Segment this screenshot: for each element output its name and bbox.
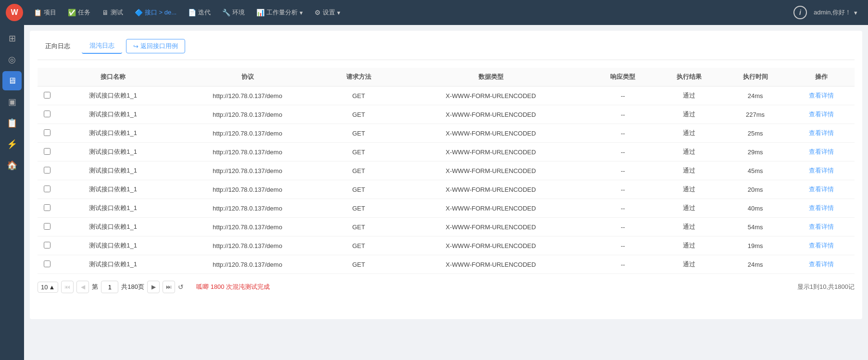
row-datatype: X-WWW-FORM-URLENCODED bbox=[392, 180, 590, 199]
row-action-link[interactable]: 查看详情 bbox=[788, 218, 855, 236]
row-result: 通过 bbox=[656, 236, 722, 255]
left-sidebar: ⊞ ◎ 🖥 ▣ 📋 ⚡ 🏠 bbox=[0, 25, 24, 360]
prev-page-button[interactable]: ◀ bbox=[76, 281, 89, 293]
page-size-selector[interactable]: 10 ▲ bbox=[38, 282, 58, 293]
nav-item-iteration[interactable]: 📄 迭代 bbox=[183, 5, 215, 20]
first-page-button[interactable]: ⏮ bbox=[61, 281, 74, 293]
row-checkbox[interactable] bbox=[44, 111, 50, 117]
table-row: 测试接口依赖1_1 http://120.78.0.137/demo GET X… bbox=[38, 236, 855, 255]
row-action-link[interactable]: 查看详情 bbox=[788, 236, 855, 255]
main-content: 正向日志 混沌日志 ↪ 返回接口用例 接口名称 协议 请求方法 bbox=[24, 25, 868, 360]
workload-dropdown-icon: ▾ bbox=[300, 9, 303, 16]
page-number-input[interactable] bbox=[101, 281, 118, 293]
row-method: GET bbox=[326, 124, 392, 143]
row-action-link[interactable]: 查看详情 bbox=[788, 161, 855, 180]
row-protocol: http://120.78.0.137/demo bbox=[169, 105, 326, 124]
tab-forward-log[interactable]: 正向日志 bbox=[38, 39, 78, 53]
row-action-link[interactable]: 查看详情 bbox=[788, 124, 855, 143]
row-time: 24ms bbox=[722, 87, 789, 105]
nav-item-workload[interactable]: 📊 工作量分析 ▾ bbox=[252, 5, 308, 20]
row-datatype: X-WWW-FORM-URLENCODED bbox=[392, 161, 590, 180]
nav-item-settings[interactable]: ⚙ 设置 ▾ bbox=[310, 5, 345, 20]
row-checkbox[interactable] bbox=[44, 261, 50, 267]
row-protocol: http://120.78.0.137/demo bbox=[169, 236, 326, 255]
test-icon: 🖥 bbox=[102, 9, 109, 16]
nav-item-project[interactable]: 📋 项目 bbox=[29, 5, 61, 20]
row-resp-type: -- bbox=[590, 124, 656, 143]
refresh-button[interactable]: ↺ bbox=[178, 283, 184, 291]
row-checkbox[interactable] bbox=[44, 242, 50, 248]
page-size-up-icon: ▲ bbox=[49, 284, 55, 291]
next-page-button[interactable]: ▶ bbox=[147, 281, 160, 293]
row-checkbox-cell bbox=[38, 199, 57, 218]
chaos-log-table: 接口名称 协议 请求方法 数据类型 响应类型 执行结果 执行时间 操作 测试接口… bbox=[38, 68, 855, 274]
table-row: 测试接口依赖1_1 http://120.78.0.137/demo GET X… bbox=[38, 161, 855, 180]
row-method: GET bbox=[326, 143, 392, 161]
nav-item-interface[interactable]: 🔷 接口 > de... bbox=[130, 5, 181, 20]
row-interface-name: 测试接口依赖1_1 bbox=[57, 124, 169, 143]
tab-bar: 正向日志 混沌日志 ↪ 返回接口用例 bbox=[38, 38, 855, 60]
row-checkbox[interactable] bbox=[44, 223, 50, 230]
row-protocol: http://120.78.0.137/demo bbox=[169, 161, 326, 180]
row-action-link[interactable]: 查看详情 bbox=[788, 87, 855, 105]
col-checkbox bbox=[38, 68, 57, 87]
total-pages-label: 共180页 bbox=[121, 283, 144, 291]
table-row: 测试接口依赖1_1 http://120.78.0.137/demo GET X… bbox=[38, 143, 855, 161]
sidebar-item-lightning[interactable]: ⚡ bbox=[2, 135, 22, 154]
app-logo: W bbox=[6, 4, 23, 21]
table-row: 测试接口依赖1_1 http://120.78.0.137/demo GET X… bbox=[38, 255, 855, 274]
return-to-interface-button[interactable]: ↪ 返回接口用例 bbox=[126, 39, 185, 53]
row-resp-type: -- bbox=[590, 180, 656, 199]
row-checkbox[interactable] bbox=[44, 167, 50, 174]
info-button[interactable]: i bbox=[793, 6, 807, 19]
sidebar-item-home[interactable]: 🏠 bbox=[2, 156, 22, 175]
row-datatype: X-WWW-FORM-URLENCODED bbox=[392, 199, 590, 218]
task-icon: ✅ bbox=[68, 9, 76, 16]
nav-item-test[interactable]: 🖥 测试 bbox=[97, 5, 128, 20]
row-protocol: http://120.78.0.137/demo bbox=[169, 143, 326, 161]
row-time: 19ms bbox=[722, 236, 789, 255]
row-datatype: X-WWW-FORM-URLENCODED bbox=[392, 105, 590, 124]
interface-icon: 🔷 bbox=[135, 9, 143, 16]
total-message: 呱唧 1800 次混沌测试完成 bbox=[196, 283, 270, 291]
nav-item-task[interactable]: ✅ 任务 bbox=[63, 5, 95, 20]
row-checkbox[interactable] bbox=[44, 148, 50, 155]
row-action-link[interactable]: 查看详情 bbox=[788, 255, 855, 274]
row-checkbox[interactable] bbox=[44, 186, 50, 192]
sidebar-item-target[interactable]: ◎ bbox=[2, 50, 22, 69]
row-protocol: http://120.78.0.137/demo bbox=[169, 218, 326, 236]
col-time: 执行时间 bbox=[722, 68, 789, 87]
row-resp-type: -- bbox=[590, 199, 656, 218]
row-interface-name: 测试接口依赖1_1 bbox=[57, 199, 169, 218]
row-action-link[interactable]: 查看详情 bbox=[788, 199, 855, 218]
col-resp-type: 响应类型 bbox=[590, 68, 656, 87]
row-protocol: http://120.78.0.137/demo bbox=[169, 180, 326, 199]
user-menu[interactable]: admin,你好！ ▾ bbox=[809, 5, 862, 20]
row-action-link[interactable]: 查看详情 bbox=[788, 105, 855, 124]
row-datatype: X-WWW-FORM-URLENCODED bbox=[392, 143, 590, 161]
row-checkbox[interactable] bbox=[44, 129, 50, 136]
row-checkbox[interactable] bbox=[44, 204, 50, 211]
sidebar-item-list[interactable]: 📋 bbox=[2, 113, 22, 133]
sidebar-item-module[interactable]: ▣ bbox=[2, 92, 22, 112]
row-action-link[interactable]: 查看详情 bbox=[788, 180, 855, 199]
row-checkbox[interactable] bbox=[44, 92, 50, 99]
row-resp-type: -- bbox=[590, 218, 656, 236]
workload-icon: 📊 bbox=[256, 9, 264, 16]
row-action-link[interactable]: 查看详情 bbox=[788, 143, 855, 161]
top-navigation: W 📋 项目 ✅ 任务 🖥 测试 🔷 接口 > de... 📄 迭代 🔧 环境 … bbox=[0, 0, 868, 25]
row-protocol: http://120.78.0.137/demo bbox=[169, 255, 326, 274]
sidebar-item-monitor[interactable]: 🖥 bbox=[2, 71, 22, 90]
row-method: GET bbox=[326, 180, 392, 199]
col-result: 执行结果 bbox=[656, 68, 722, 87]
row-time: 29ms bbox=[722, 143, 789, 161]
nav-item-environment[interactable]: 🔧 环境 bbox=[217, 5, 250, 20]
row-datatype: X-WWW-FORM-URLENCODED bbox=[392, 218, 590, 236]
row-checkbox-cell bbox=[38, 124, 57, 143]
tab-chaos-log[interactable]: 混沌日志 bbox=[82, 38, 122, 54]
row-datatype: X-WWW-FORM-URLENCODED bbox=[392, 124, 590, 143]
return-button-label: 返回接口用例 bbox=[140, 42, 178, 50]
sidebar-item-grid[interactable]: ⊞ bbox=[2, 29, 22, 48]
row-method: GET bbox=[326, 161, 392, 180]
last-page-button[interactable]: ⏭ bbox=[163, 281, 175, 293]
